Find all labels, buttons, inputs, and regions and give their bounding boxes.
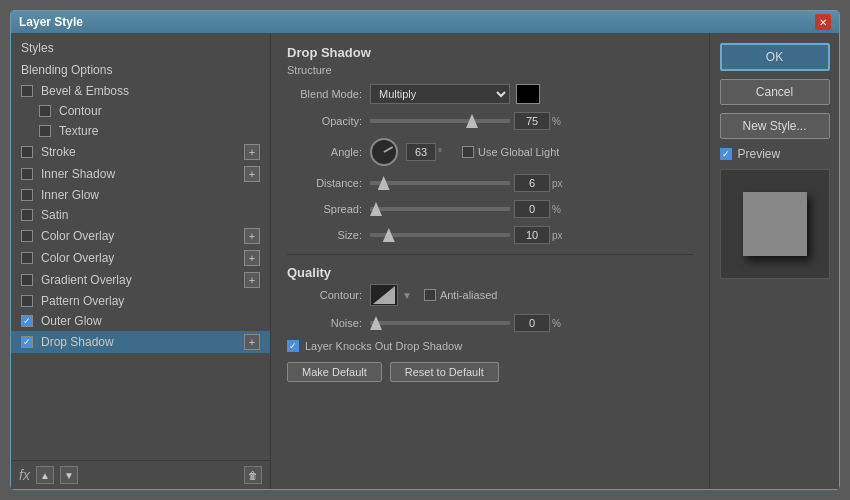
checkbox-color-overlay1[interactable] [21,230,33,242]
add-btn-stroke[interactable]: + [244,144,260,160]
move-down-button[interactable]: ▼ [60,466,78,484]
list-item-texture[interactable]: Texture [11,121,270,141]
blend-mode-select[interactable]: NormalDissolveDarkenMultiplyColor BurnLi… [370,84,510,104]
size-label: Size: [287,229,362,241]
reset-default-button[interactable]: Reset to Default [390,362,499,382]
checkbox-contour[interactable] [39,105,51,117]
list-item-bevel[interactable]: Bevel & Emboss [11,81,270,101]
spread-slider[interactable] [370,207,510,211]
label-stroke: Stroke [41,145,244,159]
new-style-button[interactable]: New Style... [720,113,830,139]
layer-knocks-checkbox[interactable]: ✓ [287,340,299,352]
angle-row: Angle: ° Use Global Light [287,138,693,166]
use-global-light-checkbox[interactable] [462,146,474,158]
anti-aliased-checkbox[interactable] [424,289,436,301]
checkbox-texture[interactable] [39,125,51,137]
section-title: Drop Shadow [287,45,693,60]
checkbox-pattern-overlay[interactable] [21,295,33,307]
add-btn-color-overlay2[interactable]: + [244,250,260,266]
add-btn-drop-shadow[interactable]: + [244,334,260,350]
checkbox-gradient-overlay[interactable] [21,274,33,286]
list-item-satin[interactable]: Satin [11,205,270,225]
label-inner-glow: Inner Glow [41,188,260,202]
size-slider[interactable] [370,233,510,237]
label-contour: Contour [59,104,260,118]
label-outer-glow: Outer Glow [41,314,260,328]
list-item-stroke[interactable]: Stroke+ [11,141,270,163]
distance-slider[interactable] [370,181,510,185]
checkbox-outer-glow[interactable]: ✓ [21,315,33,327]
spread-input[interactable] [514,200,550,218]
label-inner-shadow: Inner Shadow [41,167,244,181]
cancel-button[interactable]: Cancel [720,79,830,105]
add-btn-inner-shadow[interactable]: + [244,166,260,182]
list-item-color-overlay2[interactable]: Color Overlay+ [11,247,270,269]
label-pattern-overlay: Pattern Overlay [41,294,260,308]
anti-aliased-label[interactable]: Anti-aliased [424,289,497,301]
checkbox-inner-glow[interactable] [21,189,33,201]
spread-unit: % [552,204,568,215]
list-item-gradient-overlay[interactable]: Gradient Overlay+ [11,269,270,291]
preview-label-row: ✓ Preview [720,147,830,161]
checkbox-color-overlay2[interactable] [21,252,33,264]
checkbox-satin[interactable] [21,209,33,221]
checkbox-inner-shadow[interactable] [21,168,33,180]
add-btn-gradient-overlay[interactable]: + [244,272,260,288]
effects-list: Bevel & EmbossContourTextureStroke+Inner… [11,81,270,460]
label-satin: Satin [41,208,260,222]
noise-input[interactable] [514,314,550,332]
checkbox-stroke[interactable] [21,146,33,158]
checkbox-drop-shadow[interactable]: ✓ [21,336,33,348]
use-global-light-label[interactable]: Use Global Light [462,146,559,158]
close-button[interactable]: ✕ [815,14,831,30]
spread-label: Spread: [287,203,362,215]
list-item-outer-glow[interactable]: ✓Outer Glow [11,311,270,331]
distance-input[interactable] [514,174,550,192]
blending-options-item[interactable]: Blending Options [11,59,270,81]
spread-row: Spread: % [287,200,693,218]
list-item-pattern-overlay[interactable]: Pattern Overlay [11,291,270,311]
divider [287,254,693,255]
preview-checkbox[interactable]: ✓ [720,148,732,160]
blend-mode-label: Blend Mode: [287,88,362,100]
distance-unit: px [552,178,568,189]
opacity-input[interactable] [514,112,550,130]
delete-button[interactable]: 🗑 [244,466,262,484]
contour-dropdown-arrow[interactable]: ▼ [402,290,412,301]
label-drop-shadow: Drop Shadow [41,335,244,349]
list-item-inner-glow[interactable]: Inner Glow [11,185,270,205]
add-btn-color-overlay1[interactable]: + [244,228,260,244]
size-slider-container [370,233,510,237]
opacity-label: Opacity: [287,115,362,127]
contour-label: Contour: [287,289,362,301]
contour-picker[interactable] [370,284,398,306]
right-panel: OK Cancel New Style... ✓ Preview [709,33,839,489]
list-item-color-overlay1[interactable]: Color Overlay+ [11,225,270,247]
checkbox-bevel[interactable] [21,85,33,97]
noise-slider[interactable] [370,321,510,325]
angle-input[interactable] [406,143,436,161]
preview-box [720,169,830,279]
shadow-color-swatch[interactable] [516,84,540,104]
dialog-content: Styles Blending Options Bevel & EmbossCo… [11,33,839,489]
make-default-button[interactable]: Make Default [287,362,382,382]
title-bar: Layer Style ✕ [11,11,839,33]
size-unit: px [552,230,568,241]
ok-button[interactable]: OK [720,43,830,71]
opacity-slider[interactable] [370,119,510,123]
layer-knocks-row: ✓ Layer Knocks Out Drop Shadow [287,340,693,352]
size-input[interactable] [514,226,550,244]
label-texture: Texture [59,124,260,138]
angle-dial[interactable] [370,138,398,166]
styles-header: Styles [11,33,270,59]
list-item-contour[interactable]: Contour [11,101,270,121]
anti-aliased-text: Anti-aliased [440,289,497,301]
dial-line-indicator [384,146,394,153]
move-up-button[interactable]: ▲ [36,466,54,484]
label-color-overlay2: Color Overlay [41,251,244,265]
distance-label: Distance: [287,177,362,189]
label-bevel: Bevel & Emboss [41,84,260,98]
list-item-inner-shadow[interactable]: Inner Shadow+ [11,163,270,185]
list-item-drop-shadow[interactable]: ✓Drop Shadow+ [11,331,270,353]
contour-row: Contour: ▼ Anti-aliased [287,284,693,306]
